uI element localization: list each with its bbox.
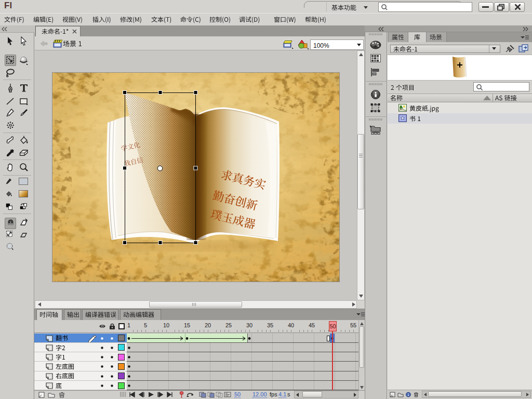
svg-text:1: 1 [127,322,130,328]
svg-text:30: 30 [246,322,252,328]
svg-text:25: 25 [225,322,232,328]
svg-text:10: 10 [163,322,169,328]
svg-text:5: 5 [144,322,147,328]
svg-text:50: 50 [329,323,336,329]
svg-text:40: 40 [288,322,294,328]
svg-text:45: 45 [309,322,315,328]
svg-text:55: 55 [350,322,356,328]
svg-text:35: 35 [267,322,273,328]
svg-text:15: 15 [184,322,190,328]
svg-text:20: 20 [205,322,211,328]
